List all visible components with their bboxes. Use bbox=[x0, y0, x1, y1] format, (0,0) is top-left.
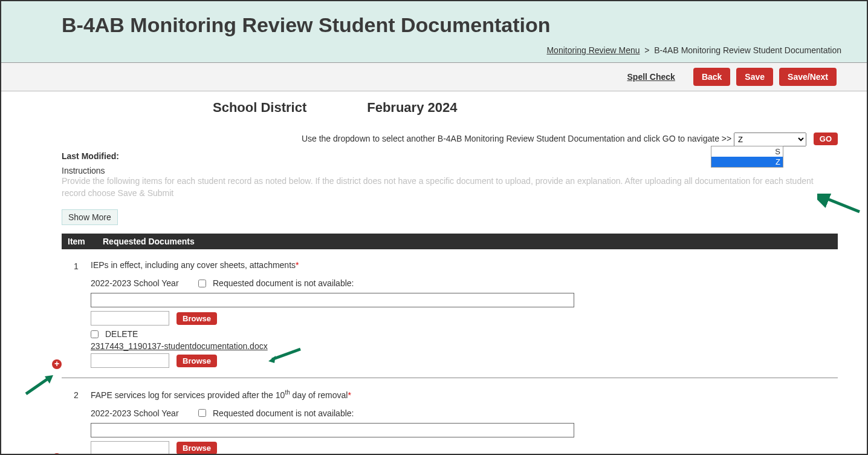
not-available-reason-input[interactable] bbox=[91, 293, 574, 307]
not-available-reason-input[interactable] bbox=[91, 423, 574, 437]
not-available-checkbox[interactable] bbox=[198, 280, 206, 287]
col-requested: Requested Documents bbox=[103, 237, 195, 246]
record-nav-row: Use the dropdown to select another B-4AB… bbox=[62, 133, 838, 146]
required-asterisk: * bbox=[296, 260, 299, 270]
document-item-row: 2 FAPE services log for services provide… bbox=[62, 378, 838, 455]
breadcrumb-current: B-4AB Monitoring Review Student Document… bbox=[654, 45, 841, 55]
instructions-text: Provide the following items for each stu… bbox=[62, 175, 838, 198]
delete-checkbox[interactable] bbox=[91, 330, 99, 338]
file-path-input[interactable] bbox=[91, 311, 169, 326]
action-toolbar: Spell Check Back Save Save/Next bbox=[1, 63, 867, 91]
page-title: B-4AB Monitoring Review Student Document… bbox=[1, 13, 867, 37]
uploaded-file-link[interactable]: 2317443_1190137-studentdocumentation.doc… bbox=[91, 341, 268, 351]
browse-button[interactable]: Browse bbox=[177, 442, 217, 454]
record-select[interactable]: Z bbox=[734, 133, 806, 146]
documents-table-header: Item Requested Documents bbox=[62, 234, 838, 249]
instructions-block: Instructions Provide the following items… bbox=[62, 166, 838, 225]
browse-button[interactable]: Browse bbox=[177, 355, 217, 367]
breadcrumb: Monitoring Review Menu > B-4AB Monitorin… bbox=[1, 45, 867, 55]
item-title: IEPs in effect, including any cover shee… bbox=[91, 260, 296, 270]
file-path-input[interactable] bbox=[91, 353, 169, 368]
document-item-row: 1 IEPs in effect, including any cover sh… bbox=[62, 249, 838, 378]
nav-prompt: Use the dropdown to select another B-4AB… bbox=[302, 134, 731, 143]
save-button[interactable]: Save bbox=[736, 68, 773, 86]
delete-label: DELETE bbox=[105, 329, 138, 339]
add-row-icon[interactable]: + bbox=[52, 359, 62, 369]
dropdown-option-selected[interactable]: Z bbox=[711, 157, 783, 167]
not-available-checkbox[interactable] bbox=[198, 409, 206, 417]
item-title-sup: th bbox=[285, 389, 290, 396]
go-button[interactable]: GO bbox=[814, 133, 838, 145]
item-number: 1 bbox=[62, 260, 91, 368]
item-title-suffix: day of removal bbox=[290, 390, 348, 400]
file-path-input[interactable] bbox=[91, 441, 169, 455]
record-select-dropdown: S Z bbox=[711, 146, 783, 168]
breadcrumb-separator: > bbox=[644, 45, 649, 55]
page-header: B-4AB Monitoring Review Student Document… bbox=[1, 1, 867, 63]
save-next-button[interactable]: Save/Next bbox=[779, 68, 837, 86]
item-title-prefix: FAPE services log for services provided … bbox=[91, 390, 285, 400]
dropdown-option[interactable]: S bbox=[711, 146, 783, 157]
add-row-icon[interactable]: + bbox=[52, 453, 62, 455]
browse-button[interactable]: Browse bbox=[177, 312, 217, 325]
district-name: School District bbox=[213, 100, 306, 116]
school-year-label: 2022-2023 School Year bbox=[91, 278, 193, 288]
district-period-row: School District February 2024 bbox=[62, 100, 838, 116]
col-item: Item bbox=[68, 237, 92, 246]
school-year-label: 2022-2023 School Year bbox=[91, 408, 193, 418]
not-available-label: Requested document is not available: bbox=[213, 278, 354, 288]
spell-check-link[interactable]: Spell Check bbox=[627, 72, 675, 82]
not-available-label: Requested document is not available: bbox=[213, 408, 354, 418]
review-period: February 2024 bbox=[367, 100, 457, 116]
required-asterisk: * bbox=[348, 390, 351, 400]
breadcrumb-link[interactable]: Monitoring Review Menu bbox=[546, 45, 640, 55]
back-button[interactable]: Back bbox=[693, 68, 730, 86]
show-more-button[interactable]: Show More bbox=[62, 209, 118, 225]
item-number: 2 bbox=[62, 389, 91, 455]
